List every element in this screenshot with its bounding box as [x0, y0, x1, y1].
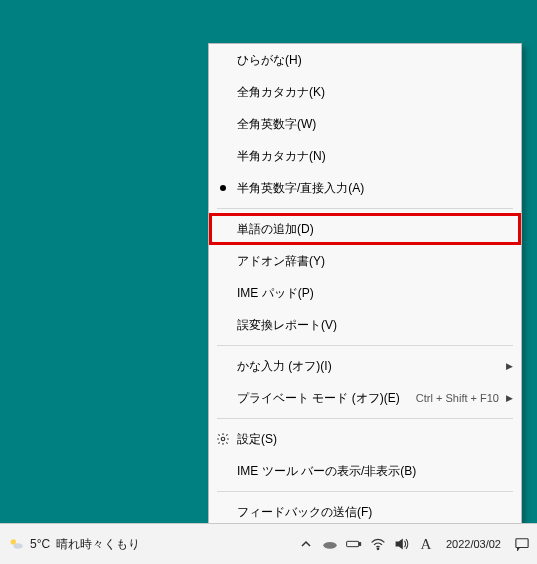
- weather-temp: 5°C: [30, 537, 50, 551]
- menu-item-halfwidth-alnum-direct[interactable]: 半角英数字/直接入力(A): [209, 172, 521, 204]
- menu-item-add-word[interactable]: 単語の追加(D): [209, 213, 521, 245]
- taskbar: 5°C 晴れ時々くもり A 2022/03/02: [0, 523, 537, 564]
- menu-item-label: 全角英数字(W): [237, 116, 316, 133]
- menu-item-halfwidth-katakana[interactable]: 半角カタカナ(N): [209, 140, 521, 172]
- menu-item-ime-toolbar-toggle[interactable]: IME ツール バーの表示/非表示(B): [209, 455, 521, 487]
- menu-item-kana-input[interactable]: かな入力 (オフ)(I) ▶: [209, 350, 521, 382]
- menu-item-label: かな入力 (オフ)(I): [237, 358, 332, 375]
- menu-item-label: フィードバックの送信(F): [237, 504, 372, 521]
- svg-rect-7: [516, 539, 528, 548]
- volume-icon[interactable]: [394, 536, 410, 552]
- wifi-icon[interactable]: [370, 536, 386, 552]
- clock-date: 2022/03/02: [446, 538, 501, 550]
- menu-item-label: 全角カタカナ(K): [237, 84, 325, 101]
- menu-item-ime-pad[interactable]: IME パッド(P): [209, 277, 521, 309]
- menu-separator: [217, 491, 513, 492]
- weather-text: 晴れ時々くもり: [56, 536, 140, 553]
- menu-item-label: プライベート モード (オフ)(E): [237, 390, 400, 407]
- svg-rect-4: [347, 541, 359, 546]
- menu-item-fullwidth-alnum[interactable]: 全角英数字(W): [209, 108, 521, 140]
- desktop: ひらがな(H) 全角カタカナ(K) 全角英数字(W) 半角カタカナ(N) 半角英…: [0, 0, 537, 564]
- menu-separator: [217, 345, 513, 346]
- menu-item-label: ひらがな(H): [237, 52, 302, 69]
- svg-point-3: [323, 542, 336, 549]
- menu-item-shortcut: Ctrl + Shift + F10: [416, 392, 503, 404]
- menu-item-addon-dict[interactable]: アドオン辞書(Y): [209, 245, 521, 277]
- taskbar-clock[interactable]: 2022/03/02: [442, 538, 505, 550]
- menu-item-label: 誤変換レポート(V): [237, 317, 337, 334]
- menu-item-label: 設定(S): [237, 431, 277, 448]
- menu-item-label: アドオン辞書(Y): [237, 253, 325, 270]
- menu-item-settings[interactable]: 設定(S): [209, 423, 521, 455]
- menu-item-misconversion-report[interactable]: 誤変換レポート(V): [209, 309, 521, 341]
- menu-separator: [217, 208, 513, 209]
- svg-rect-5: [359, 543, 360, 546]
- menu-item-fullwidth-katakana[interactable]: 全角カタカナ(K): [209, 76, 521, 108]
- onedrive-icon[interactable]: [322, 536, 338, 552]
- svg-point-6: [377, 548, 379, 550]
- svg-point-0: [221, 437, 225, 441]
- notification-icon[interactable]: [513, 535, 531, 553]
- weather-icon: [8, 536, 24, 552]
- tray-overflow-icon[interactable]: [298, 536, 314, 552]
- menu-item-private-mode[interactable]: プライベート モード (オフ)(E) Ctrl + Shift + F10 ▶: [209, 382, 521, 414]
- weather-widget[interactable]: 5°C 晴れ時々くもり: [0, 536, 148, 553]
- menu-separator: [217, 418, 513, 419]
- menu-item-indicator: [209, 185, 237, 191]
- submenu-arrow-icon: ▶: [503, 393, 513, 403]
- system-tray: A 2022/03/02: [292, 535, 537, 553]
- submenu-arrow-icon: ▶: [503, 361, 513, 371]
- menu-item-label: 単語の追加(D): [237, 221, 314, 238]
- battery-icon[interactable]: [346, 536, 362, 552]
- svg-point-2: [13, 543, 22, 548]
- menu-item-label: IME ツール バーの表示/非表示(B): [237, 463, 416, 480]
- menu-item-label: 半角カタカナ(N): [237, 148, 326, 165]
- menu-item-hiragana[interactable]: ひらがな(H): [209, 44, 521, 76]
- selected-dot-icon: [220, 185, 226, 191]
- menu-item-label: IME パッド(P): [237, 285, 314, 302]
- menu-item-label: 半角英数字/直接入力(A): [237, 180, 364, 197]
- gear-icon: [209, 432, 237, 446]
- ime-indicator[interactable]: A: [418, 536, 434, 552]
- ime-context-menu: ひらがな(H) 全角カタカナ(K) 全角英数字(W) 半角カタカナ(N) 半角英…: [208, 43, 522, 529]
